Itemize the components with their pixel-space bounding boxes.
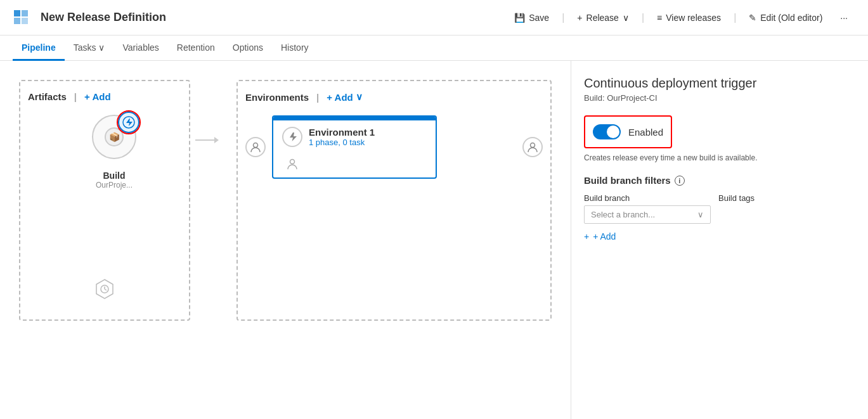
app-logo xyxy=(13,9,30,27)
artifacts-section: Artifacts | + Add 📦 xyxy=(19,80,190,321)
add-artifact-button[interactable]: + Add xyxy=(84,91,111,102)
env-trigger-icon xyxy=(287,131,298,143)
lightning-icon xyxy=(122,116,135,129)
person-icon-right xyxy=(527,141,538,153)
plus-filter-icon: + xyxy=(584,231,589,242)
svg-point-12 xyxy=(531,143,535,148)
main-content: Artifacts | + Add 📦 xyxy=(0,61,868,419)
page-title: New Release Definition xyxy=(41,11,166,24)
branch-chevron-icon: ∨ xyxy=(697,210,704,219)
release-button[interactable]: + Release ∨ xyxy=(569,9,637,27)
tags-col: Build tags xyxy=(718,193,755,203)
edit-button[interactable]: ✎ Edit (Old editor) xyxy=(741,9,830,27)
schedule-icon xyxy=(93,278,116,300)
environments-section: Environments | + Add ∨ xyxy=(236,80,552,321)
tab-tasks[interactable]: Tasks ∨ xyxy=(65,36,114,61)
enabled-toggle[interactable] xyxy=(593,124,621,139)
svg-text:📦: 📦 xyxy=(109,132,120,143)
svg-rect-0 xyxy=(14,10,20,16)
branch-col: Build branch Select a branch... ∨ xyxy=(584,193,711,224)
environments-title: Environments xyxy=(245,92,309,103)
artifact-item: 📦 Build OurProje... xyxy=(47,115,181,190)
tags-col-label: Build tags xyxy=(718,193,755,203)
svg-rect-1 xyxy=(22,10,28,16)
filter-row: Build branch Select a branch... ∨ Build … xyxy=(584,193,855,224)
connector-arrowhead xyxy=(214,137,219,143)
trigger-icon-box[interactable] xyxy=(118,112,139,133)
env-add-chevron-icon: ∨ xyxy=(356,91,363,103)
svg-rect-3 xyxy=(22,18,28,24)
add-environment-button[interactable]: + Add ∨ xyxy=(327,91,363,103)
header: New Release Definition 💾 Save | + Releas… xyxy=(0,0,868,35)
list-icon: ≡ xyxy=(657,13,662,23)
tab-history[interactable]: History xyxy=(272,36,318,61)
tab-options[interactable]: Options xyxy=(224,36,272,61)
svg-point-10 xyxy=(254,143,258,148)
env-header-separator: | xyxy=(316,92,319,103)
separator-1: | xyxy=(562,12,564,23)
env-card-icons xyxy=(273,150,436,177)
ellipsis-icon: ··· xyxy=(840,13,848,23)
artifact-source: OurProje... xyxy=(96,181,133,190)
tab-retention[interactable]: Retention xyxy=(168,36,224,61)
toggle-row: Enabled xyxy=(584,115,672,148)
header-actions: 💾 Save | + Release ∨ | ≡ View releases |… xyxy=(507,9,855,27)
environments-header: Environments | + Add ∨ xyxy=(245,91,543,103)
environment-card: Environment 1 1 phase, 0 task xyxy=(272,115,437,179)
svg-line-9 xyxy=(105,289,107,290)
panel-subtitle: Build: OurProject-CI xyxy=(584,93,855,103)
svg-rect-2 xyxy=(14,18,20,24)
branch-select[interactable]: Select a branch... ∨ xyxy=(584,205,711,224)
toggle-slider xyxy=(593,124,621,139)
branch-col-label: Build branch xyxy=(584,193,711,203)
tasks-chevron-icon: ∨ xyxy=(98,42,105,53)
info-icon[interactable]: i xyxy=(675,176,685,186)
tab-variables[interactable]: Variables xyxy=(113,36,167,61)
chevron-down-icon: ∨ xyxy=(623,13,629,23)
pipeline-area: Artifacts | + Add 📦 xyxy=(0,61,571,419)
env-phases[interactable]: 1 phase, 0 task xyxy=(309,138,375,147)
plus-icon: + xyxy=(577,13,582,23)
pipeline-row: Artifacts | + Add 📦 xyxy=(19,80,552,321)
edit-icon: ✎ xyxy=(749,13,756,23)
person-icon-left xyxy=(250,141,261,153)
save-button[interactable]: 💾 Save xyxy=(507,9,557,27)
pre-approval-icon[interactable] xyxy=(245,137,266,157)
svg-point-11 xyxy=(290,160,295,164)
artifacts-header: Artifacts | + Add xyxy=(28,91,181,102)
separator-2: | xyxy=(642,12,644,23)
connector-line xyxy=(195,139,214,141)
toggle-label: Enabled xyxy=(628,127,663,138)
tab-pipeline[interactable]: Pipeline xyxy=(13,36,65,61)
header-separator: | xyxy=(74,91,77,102)
pipeline-connector xyxy=(190,137,224,143)
right-panel: Continuous deployment trigger Build: Our… xyxy=(571,61,868,419)
env-person-left-icon[interactable] xyxy=(283,155,301,172)
more-options-button[interactable]: ··· xyxy=(832,9,855,27)
toggle-description: Creates release every time a new build i… xyxy=(584,153,855,162)
branch-filters-section-title: Build branch filters i xyxy=(584,175,855,186)
env-name: Environment 1 xyxy=(309,127,375,138)
panel-title: Continuous deployment trigger xyxy=(584,76,855,91)
environment-wrapper: Environment 1 1 phase, 0 task xyxy=(245,115,543,179)
post-approval-icon[interactable] xyxy=(522,137,543,157)
artifacts-title: Artifacts xyxy=(28,91,67,102)
save-icon: 💾 xyxy=(514,13,525,23)
logo-icon xyxy=(13,9,30,27)
view-releases-button[interactable]: ≡ View releases xyxy=(649,9,729,27)
artifact-name: Build xyxy=(103,171,126,181)
add-filter-button[interactable]: + + Add xyxy=(584,231,855,242)
person-bottom-icon xyxy=(286,157,299,170)
separator-3: | xyxy=(734,12,736,23)
nav-tabs: Pipeline Tasks ∨ Variables Retention Opt… xyxy=(0,35,868,61)
